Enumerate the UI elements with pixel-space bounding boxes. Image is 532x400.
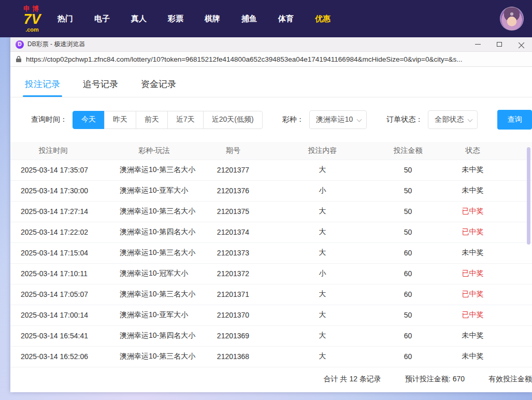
url-bar[interactable]: https://ctop02pchwp1.zfnc84.com/lottery/… — [10, 52, 532, 67]
cell-game: 澳洲幸运10-第四名大小 — [96, 222, 212, 242]
cell-bet-time: 2025-03-14 16:54:41 — [10, 325, 96, 346]
nav-item-slots[interactable]: 电子 — [94, 14, 110, 24]
site-logo[interactable]: 申博 7V .com — [23, 5, 41, 33]
cell-issue: 21201376 — [212, 180, 254, 201]
cell-issue: 21201374 — [212, 222, 254, 242]
lock-icon — [16, 55, 22, 63]
cell-game: 澳洲幸运10-第四名大小 — [96, 325, 212, 346]
maximize-icon — [497, 42, 502, 47]
col-header-2: 期号 — [212, 142, 254, 160]
cell-content: 大 — [254, 222, 391, 242]
window-title: DB彩票 - 极速浏览器 — [27, 40, 467, 49]
col-header-1: 彩种-玩法 — [96, 142, 212, 160]
browser-window: D DB彩票 - 极速浏览器 https://ctop02pchwp1.zfnc… — [10, 37, 532, 392]
table-header-row: 投注时间彩种-玩法期号投注内容投注金额状态 — [10, 142, 532, 160]
cell-game: 澳洲幸运10-亚军大小 — [96, 180, 212, 201]
cell-bet-time: 2025-03-14 17:30:00 — [10, 180, 96, 201]
chevron-down-icon — [468, 117, 473, 122]
cell-content: 小 — [254, 180, 391, 201]
user-avatar[interactable] — [500, 7, 524, 31]
cell-status: 已中奖 — [425, 222, 521, 242]
cell-game: 澳洲幸运10-第三名大小 — [96, 346, 212, 367]
time-filter-label: 查询时间： — [31, 115, 67, 124]
table-row: 2025-03-14 17:15:04 澳洲幸运10-第三名大小 2120137… — [10, 242, 532, 263]
footer-valid-amount: 有效投注金额 — [488, 375, 532, 384]
cell-spacer — [521, 242, 532, 263]
cell-content: 大 — [254, 346, 391, 367]
top-navbar: 申博 7V .com 热门电子真人彩票棋牌捕鱼体育优惠 — [0, 0, 532, 37]
cell-amount: 50 — [391, 180, 425, 201]
cell-bet-time: 2025-03-14 17:22:02 — [10, 222, 96, 242]
col-header-4: 投注金额 — [391, 142, 425, 160]
col-header-0: 投注时间 — [10, 142, 96, 160]
status-select[interactable]: 全部状态 — [428, 110, 478, 129]
window-app-icon: D — [16, 40, 24, 49]
cell-content: 大 — [254, 160, 391, 180]
cell-issue: 21201377 — [212, 160, 254, 180]
nav-item-sports[interactable]: 体育 — [278, 14, 294, 24]
cell-content: 大 — [254, 305, 391, 325]
tab-chase-records[interactable]: 追号记录 — [83, 78, 118, 97]
cell-game: 澳洲幸运10-第三名大小 — [96, 201, 212, 222]
cell-status: 未中奖 — [425, 346, 521, 367]
cell-bet-time: 2025-03-14 17:15:04 — [10, 242, 96, 263]
nav-item-promo[interactable]: 优惠 — [315, 14, 330, 24]
nav-item-fishing[interactable]: 捕鱼 — [241, 14, 257, 24]
cell-amount: 50 — [391, 222, 425, 242]
nav-item-board[interactable]: 棋牌 — [205, 14, 220, 24]
cell-issue: 21201369 — [212, 325, 254, 346]
cell-game: 澳洲幸运10-第三名大小 — [96, 242, 212, 263]
bet-records-table: 投注时间彩种-玩法期号投注内容投注金额状态 2025-03-14 17:35:0… — [10, 142, 532, 367]
time-filter-3[interactable]: 近7天 — [167, 111, 204, 129]
cell-content: 大 — [254, 325, 391, 346]
nav-item-hot[interactable]: 热门 — [57, 14, 73, 24]
table-row: 2025-03-14 16:52:06 澳洲幸运10-第三名大小 2120136… — [10, 346, 532, 367]
cell-content: 大 — [254, 284, 391, 305]
close-button[interactable] — [510, 37, 532, 51]
tab-bet-records[interactable]: 投注记录 — [25, 78, 60, 97]
query-button[interactable]: 查询 — [497, 110, 532, 130]
cell-status: 已中奖 — [425, 305, 521, 325]
table-row: 2025-03-14 16:54:41 澳洲幸运10-第四名大小 2120136… — [10, 325, 532, 346]
cell-issue: 21201373 — [212, 242, 254, 263]
cell-status: 已中奖 — [425, 201, 521, 222]
minimize-icon — [475, 44, 481, 45]
table-row: 2025-03-14 17:00:14 澳洲幸运10-亚军大小 21201370… — [10, 305, 532, 325]
lottery-select[interactable]: 澳洲幸运10 — [309, 110, 367, 129]
scrollbar-thumb[interactable] — [527, 147, 530, 245]
nav-item-lottery[interactable]: 彩票 — [168, 14, 183, 24]
tab-fund-records[interactable]: 资金记录 — [141, 78, 176, 97]
status-select-value: 全部状态 — [435, 115, 464, 124]
cell-bet-time: 2025-03-14 17:00:14 — [10, 305, 96, 325]
cell-spacer — [521, 284, 532, 305]
window-controls — [467, 37, 532, 51]
maximize-button[interactable] — [488, 37, 510, 51]
cell-amount: 50 — [391, 305, 425, 325]
time-filter-2[interactable]: 前天 — [136, 111, 168, 129]
cell-issue: 21201372 — [212, 263, 254, 284]
cell-status: 已中奖 — [425, 263, 521, 284]
cell-amount: 60 — [391, 242, 425, 263]
table-row: 2025-03-14 17:27:14 澳洲幸运10-第三名大小 2120137… — [10, 201, 532, 222]
cell-bet-time: 2025-03-14 17:35:07 — [10, 160, 96, 180]
cell-game: 澳洲幸运10-亚军大小 — [96, 305, 212, 325]
table-row: 2025-03-14 17:05:07 澳洲幸运10-第三名大小 2120137… — [10, 284, 532, 305]
time-filter-0[interactable]: 今天 — [73, 111, 105, 129]
cell-content: 大 — [254, 242, 391, 263]
nav-item-live[interactable]: 真人 — [131, 14, 147, 24]
cell-game: 澳洲幸运10-冠军大小 — [96, 263, 212, 284]
col-header-3: 投注内容 — [254, 142, 391, 160]
table-body: 2025-03-14 17:35:07 澳洲幸运10-第三名大小 2120137… — [10, 160, 532, 367]
cell-bet-time: 2025-03-14 17:27:14 — [10, 201, 96, 222]
cell-amount: 50 — [391, 201, 425, 222]
tabs: 投注记录追号记录资金记录 — [10, 67, 532, 97]
logo-suffix-text: .com — [25, 27, 39, 33]
minimize-button[interactable] — [467, 37, 488, 51]
cell-status: 未中奖 — [425, 160, 521, 180]
col-header-5: 状态 — [425, 142, 521, 160]
table-row: 2025-03-14 17:30:00 澳洲幸运10-亚军大小 21201376… — [10, 180, 532, 201]
logo-main-text: 7V — [23, 12, 40, 26]
time-filter-4[interactable]: 近20天(低频) — [203, 111, 263, 129]
time-filter-1[interactable]: 昨天 — [104, 111, 136, 129]
cell-spacer — [521, 305, 532, 325]
